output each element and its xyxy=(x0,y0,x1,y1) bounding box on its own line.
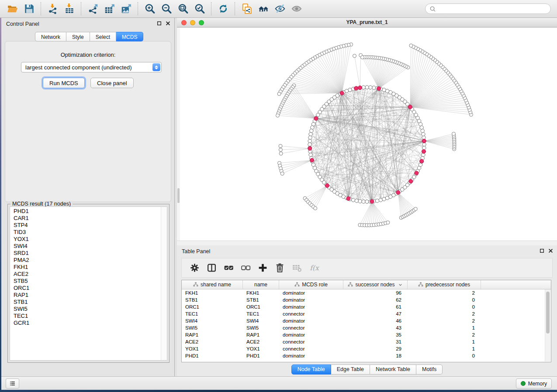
table-row[interactable]: STB1STB1dominator620 xyxy=(182,296,551,303)
graph-node[interactable] xyxy=(361,55,364,59)
list-item[interactable]: SWI4 xyxy=(10,243,161,250)
columns-button[interactable] xyxy=(205,261,219,275)
graph-node[interactable] xyxy=(277,92,281,96)
table-scrollbar-thumb[interactable] xyxy=(546,292,550,334)
graph-node[interactable] xyxy=(309,153,312,156)
graph-node[interactable] xyxy=(310,129,313,132)
list-item[interactable]: STB1 xyxy=(10,299,161,306)
run-mcds-button[interactable]: Run MCDS xyxy=(43,78,85,88)
graph-node[interactable] xyxy=(422,146,426,150)
mcds-node[interactable] xyxy=(415,171,419,175)
list-item[interactable]: TID3 xyxy=(10,229,161,236)
tab-motifs[interactable]: Motifs xyxy=(416,364,443,375)
close-panel-button[interactable]: Close panel xyxy=(90,78,134,88)
float-icon[interactable] xyxy=(540,248,544,253)
save-session-button[interactable] xyxy=(21,1,38,16)
table-scrollbar[interactable] xyxy=(545,289,550,361)
graph-node[interactable] xyxy=(351,198,355,202)
import-network-button[interactable] xyxy=(45,1,61,16)
table-row[interactable]: SWI5SWI5connector431 xyxy=(182,324,551,331)
column-header-shared_name[interactable]: shared name xyxy=(182,280,243,289)
export-table-button[interactable] xyxy=(101,1,118,16)
graph-node[interactable] xyxy=(421,129,424,132)
table-row[interactable]: ORC1ORC1dominator610 xyxy=(182,303,551,310)
column-header-successor_nodes[interactable]: successor nodes xyxy=(343,280,408,289)
graph-node[interactable] xyxy=(379,198,382,202)
search-input[interactable] xyxy=(438,4,550,13)
duplicate-network-button[interactable] xyxy=(239,1,255,16)
list-item[interactable]: STB5 xyxy=(10,278,161,285)
mcds-node[interactable] xyxy=(422,139,426,143)
houses-button[interactable] xyxy=(255,1,272,16)
graph-node[interactable] xyxy=(372,86,376,89)
list-item[interactable]: SWI5 xyxy=(10,306,161,313)
mcds-node[interactable] xyxy=(396,190,400,194)
mcds-node[interactable] xyxy=(370,199,374,203)
mcds-node[interactable] xyxy=(340,91,344,95)
tab-network-table[interactable]: Network Table xyxy=(370,364,416,375)
tab-network[interactable]: Network xyxy=(35,32,66,41)
list-item[interactable]: PHD1 xyxy=(10,208,161,215)
refresh-layout-button[interactable] xyxy=(215,1,232,16)
list-item[interactable]: PMA2 xyxy=(10,257,161,264)
tab-edge-table[interactable]: Edge Table xyxy=(331,364,370,375)
export-image-button[interactable] xyxy=(118,1,135,16)
mcds-node[interactable] xyxy=(409,179,413,183)
list-item[interactable]: TEC1 xyxy=(10,313,161,320)
table-row[interactable]: RAP1RAP1dominator352 xyxy=(182,331,551,338)
graph-node[interactable] xyxy=(365,86,369,89)
graph-node[interactable] xyxy=(414,207,417,211)
graph-node[interactable] xyxy=(362,200,365,203)
zoom-out-button[interactable] xyxy=(158,1,175,16)
graph-node[interactable] xyxy=(279,152,283,155)
zoom-selected-button[interactable] xyxy=(191,1,208,16)
mcds-node[interactable] xyxy=(310,158,314,162)
list-item[interactable]: FKH1 xyxy=(10,264,161,271)
mcds-node[interactable] xyxy=(308,147,312,151)
graph-node[interactable] xyxy=(422,132,425,136)
mcds-node[interactable] xyxy=(346,196,350,200)
graph-node[interactable] xyxy=(422,143,426,146)
mcds-node[interactable] xyxy=(420,159,424,163)
graph-node[interactable] xyxy=(362,86,365,89)
open-folder-button[interactable] xyxy=(4,1,21,16)
float-icon[interactable] xyxy=(157,21,162,26)
hide-selected-button[interactable] xyxy=(272,1,288,16)
export-network-button[interactable] xyxy=(85,1,101,16)
list-item[interactable]: SRD1 xyxy=(10,250,161,257)
graph-node[interactable] xyxy=(369,86,372,89)
list-item[interactable]: ACE2 xyxy=(10,271,161,278)
graph-node[interactable] xyxy=(308,136,312,139)
graph-node[interactable] xyxy=(355,199,358,203)
memory-button[interactable]: Memory xyxy=(516,378,552,389)
show-all-button[interactable] xyxy=(288,1,305,16)
optimization-select[interactable]: largest connected component (undirected) xyxy=(21,62,162,72)
graph-node[interactable] xyxy=(276,114,280,117)
column-header-mcds_role[interactable]: MCDS role xyxy=(279,280,343,289)
table-row[interactable]: SWI4SWI4dominator462 xyxy=(182,317,551,324)
graph-node[interactable] xyxy=(309,132,312,136)
table-row[interactable]: ACE2ACE2connector311 xyxy=(182,338,551,345)
tab-mcds[interactable]: MCDS xyxy=(116,32,143,41)
mcds-node[interactable] xyxy=(408,105,412,109)
mcds-node[interactable] xyxy=(325,184,329,188)
mcds-node[interactable] xyxy=(358,86,362,90)
graph-node[interactable] xyxy=(409,44,413,47)
table-row[interactable]: FKH1FKH1dominator962 xyxy=(182,289,551,296)
gear-button[interactable] xyxy=(188,261,202,275)
add-row-button[interactable] xyxy=(256,261,270,275)
close-icon[interactable] xyxy=(166,21,170,26)
network-graph[interactable] xyxy=(177,28,557,241)
graph-node[interactable] xyxy=(382,88,386,92)
deselect-all-button[interactable] xyxy=(239,261,253,275)
column-header-predecessor_nodes[interactable]: predecessor nodes xyxy=(408,280,481,289)
table-row[interactable]: PHD1PHD1dominator180 xyxy=(182,352,551,359)
list-item[interactable]: ORC1 xyxy=(10,285,161,292)
tab-style[interactable]: Style xyxy=(66,32,90,41)
table-row[interactable]: TEC1TEC1connector472 xyxy=(182,310,551,317)
graph-node[interactable] xyxy=(308,143,311,146)
list-item[interactable]: GCR1 xyxy=(10,320,161,327)
graph-node[interactable] xyxy=(375,199,379,203)
list-item[interactable]: RAP1 xyxy=(10,292,161,299)
zoom-fit-button[interactable] xyxy=(175,1,191,16)
